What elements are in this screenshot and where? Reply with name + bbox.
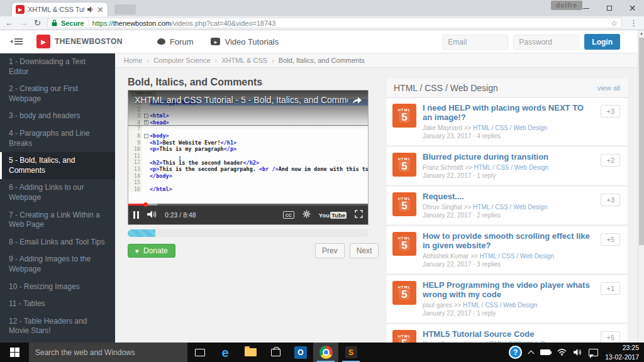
address-bar[interactable]: Secure https://thenewboston.com/videos.p… [47, 18, 622, 28]
post-category-link[interactable]: HTML / CSS / Web Design [474, 164, 548, 171]
speaker-icon[interactable] [574, 347, 582, 358]
sidebar-item[interactable]: 1 - Downloading a Text Editor [0, 53, 115, 80]
new-tab-button[interactable] [114, 4, 136, 14]
forum-post[interactable]: HTML5How to provide smooth scrolling eff… [386, 226, 628, 273]
wifi-icon[interactable] [557, 347, 567, 358]
post-title[interactable]: How to provide smooth scrolling effect l… [423, 232, 592, 251]
sidebar-item[interactable]: 4 - Paragraphs and Line Breaks [0, 125, 115, 152]
post-title[interactable]: Request.... [423, 192, 592, 202]
restore-button[interactable] [597, 0, 621, 16]
vote-badge[interactable]: +1 [601, 282, 620, 295]
sidebar-item[interactable]: 9 - Adding Images to the Webpage [0, 251, 115, 278]
forum-post[interactable]: HTML5Blurred picture during transitionFr… [386, 147, 628, 185]
sidebar-item[interactable]: 5 - Bold, Italics, and Comments [0, 152, 115, 179]
video-player[interactable]: index.html 1<!doctype html>23-<html>4+<h… [128, 90, 369, 225]
settings-gear-icon[interactable] [303, 209, 311, 221]
youtube-logo[interactable]: YouTube [319, 212, 347, 219]
minimize-button[interactable] [574, 0, 597, 16]
password-field[interactable] [513, 35, 579, 50]
taskbar-clock[interactable]: 23:25 13-02-2017 [605, 343, 639, 361]
tab-close-icon[interactable]: ✕ [97, 6, 104, 14]
back-icon[interactable]: ← [5, 19, 13, 27]
file-explorer-button[interactable] [238, 343, 263, 362]
donate-button[interactable]: ♥ Donate [128, 244, 175, 258]
tab-audio-icon[interactable] [87, 4, 94, 15]
scroll-up-icon[interactable]: ▲ [638, 30, 644, 36]
refresh-icon[interactable]: ↻ [34, 19, 41, 27]
sidebar-item[interactable]: 3 - body and headers [0, 107, 115, 125]
vote-badge[interactable]: +3 [601, 105, 620, 118]
close-button[interactable]: ✕ [621, 0, 644, 16]
share-icon[interactable] [352, 96, 362, 107]
nav-forum[interactable]: Forum [157, 37, 194, 47]
fold-collapse-icon[interactable]: - [144, 134, 148, 138]
action-center-icon[interactable] [589, 349, 598, 356]
prev-button[interactable]: Prev [315, 243, 345, 258]
sidebar-item[interactable]: 11 - Tables [0, 295, 115, 313]
breadcrumb-link[interactable]: Home [124, 57, 142, 64]
sidebar-item[interactable]: 12 - Table Headers and Movie Stars! [0, 313, 115, 340]
url-text[interactable]: https://thenewboston.com/videos.php?cat=… [92, 19, 276, 27]
breadcrumb-link[interactable]: Computer Science [153, 57, 211, 64]
browser-tab[interactable]: ▶ XHTML & CSS Tutoria ✕ [11, 2, 108, 16]
browser-menu-icon[interactable]: ⋮ [628, 18, 639, 28]
divider [88, 19, 89, 26]
forum-post[interactable]: HTML5Request....Dhruv Singhal >> HTML / … [386, 187, 628, 224]
post-title[interactable]: I need HELP with placing words NEXT TO a… [423, 104, 592, 123]
forum-post[interactable]: HTML5I need HELP with placing words NEXT… [386, 98, 628, 145]
sidebar-item[interactable]: 7 - Creating a Link Within a Web Page [0, 207, 115, 234]
sidebar-item[interactable]: 6 - Adding Links to our Webpage [0, 179, 115, 206]
post-category-link[interactable]: HTML / CSS / Web Design [473, 124, 547, 131]
vote-badge[interactable]: +2 [601, 154, 620, 167]
next-button[interactable]: Next [350, 243, 379, 258]
sidebar-item[interactable]: 8 - Email Links and Tool Tips [0, 234, 115, 251]
start-button[interactable] [0, 343, 29, 362]
chrome-button[interactable] [313, 343, 338, 362]
forum-icon [157, 38, 165, 45]
fullscreen-icon[interactable] [355, 209, 363, 221]
site-logo[interactable]: ▶ THENEWBOSTON [36, 35, 123, 48]
secure-label[interactable]: Secure [61, 19, 84, 27]
edge-button[interactable]: e [213, 343, 238, 362]
post-title[interactable]: Blurred picture during transition [423, 153, 592, 162]
view-all-link[interactable]: view all [597, 84, 620, 92]
email-field[interactable] [442, 35, 508, 50]
post-title[interactable]: HTML5 Tutorial Source Code [423, 330, 592, 339]
text-cursor-icon: I [179, 155, 181, 162]
post-title[interactable]: HELP Programming the video player whats … [423, 281, 592, 300]
vote-badge[interactable]: +3 [601, 194, 620, 206]
bookmark-star-icon[interactable]: ☆ [611, 19, 618, 28]
page-scrollbar[interactable]: ▲ [638, 30, 644, 343]
help-icon[interactable]: ? [509, 346, 522, 359]
vote-badge[interactable]: +5 [601, 233, 620, 246]
task-view-button[interactable] [187, 343, 213, 362]
store-button[interactable] [263, 343, 288, 362]
post-author[interactable]: Abhishek Kumar [423, 253, 469, 260]
post-category-link[interactable]: HTML / CSS / Web Design [463, 302, 537, 309]
forward-icon[interactable]: → [19, 19, 28, 27]
post-author[interactable]: Dhruv Singhal [423, 204, 462, 211]
breadcrumb-link[interactable]: XHTML & CSS [221, 57, 267, 64]
taskbar-search[interactable]: Search the web and Windows [29, 343, 187, 362]
pause-button[interactable] [133, 211, 139, 219]
nav-video-tutorials[interactable]: ▶ Video Tutorials [211, 37, 279, 47]
sidebar-item[interactable]: 10 - Resizing Images [0, 278, 115, 296]
sublime-button[interactable]: S [338, 343, 364, 362]
forum-post[interactable]: HTML5HELP Programming the video player w… [386, 275, 628, 322]
captions-button[interactable]: CC [283, 211, 294, 219]
vote-badge[interactable]: +5 [601, 331, 620, 344]
hidden-icons-chevron[interactable] [528, 350, 535, 356]
volume-icon[interactable] [147, 209, 157, 221]
post-category-link[interactable]: HTML / CSS / Web Design [473, 204, 547, 211]
sidebar-toggle-icon[interactable] [10, 40, 23, 43]
line-number: 8 [128, 133, 142, 140]
post-author[interactable]: Franz Schmidt [423, 164, 463, 171]
outlook-button[interactable]: O [288, 343, 313, 362]
scrollbar-thumb[interactable] [639, 38, 644, 245]
sidebar-item[interactable]: 2 - Creating our First Webpage [0, 80, 115, 107]
battery-icon[interactable] [540, 349, 550, 355]
post-category-link[interactable]: HTML / CSS / Web Design [480, 253, 554, 260]
post-author[interactable]: Jake Maynard [423, 124, 462, 131]
login-button[interactable]: Login [584, 34, 620, 50]
post-author[interactable]: paul gares [423, 302, 452, 309]
